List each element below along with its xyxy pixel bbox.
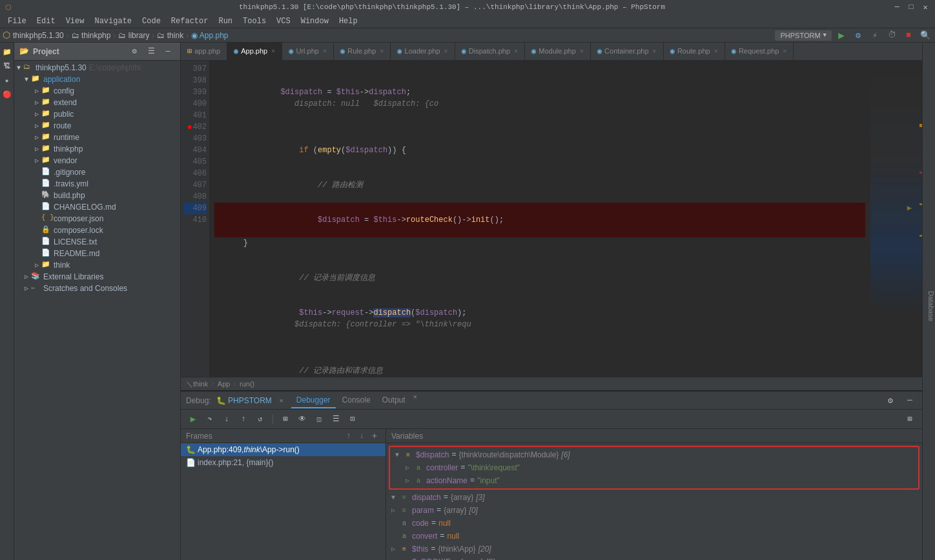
tree-external[interactable]: ▷ 📚 External Libraries bbox=[14, 271, 180, 283]
project-collapse-icon[interactable]: ─ bbox=[161, 45, 175, 58]
sidebar-project-icon[interactable]: 📁 bbox=[1, 45, 14, 58]
debug-minimize-icon[interactable]: ─ bbox=[903, 394, 917, 407]
var-dispatch[interactable]: ▼ ≡ $dispatch = {think\route\dispatch\Mo… bbox=[390, 448, 918, 461]
debug-restore-button[interactable]: ⊞ bbox=[903, 412, 917, 426]
menu-navigate[interactable]: Navigate bbox=[89, 15, 137, 27]
tree-root[interactable]: ▼ 🗂 thinkphp5.1.30 E:\code\php\thi bbox=[14, 62, 180, 74]
menu-view[interactable]: View bbox=[61, 15, 90, 27]
coverage-button[interactable]: ⚡ bbox=[868, 29, 882, 42]
var-cookie[interactable]: ▷ ≡ $_COOKIE = {array} [2] bbox=[386, 555, 922, 560]
phpstorm-selector[interactable]: PHPSTORM ▼ bbox=[775, 30, 832, 41]
menu-window[interactable]: Window bbox=[296, 15, 334, 27]
frames-add-button[interactable]: + bbox=[369, 430, 380, 442]
tree-extend[interactable]: ▷ 📁 extend bbox=[14, 97, 180, 108]
close-button[interactable]: ✕ bbox=[921, 3, 930, 12]
tab-close-Rule[interactable]: ✕ bbox=[380, 47, 384, 55]
tab-container-php[interactable]: ◉ Container.php ✕ bbox=[591, 43, 664, 60]
tab-loader-php[interactable]: ◉ Loader.php ✕ bbox=[391, 43, 455, 60]
var-convert[interactable]: a convert = null bbox=[386, 530, 922, 543]
var-code[interactable]: a code = null bbox=[386, 517, 922, 530]
tree-config[interactable]: ▷ 📁 config bbox=[14, 85, 180, 97]
step-over-button[interactable]: ↷ bbox=[203, 412, 217, 426]
sidebar-favorites-icon[interactable]: ★ bbox=[1, 74, 14, 86]
code-area[interactable]: $dispatch = $this->dispatch; dispatch: n… bbox=[209, 61, 870, 377]
menu-help[interactable]: Help bbox=[334, 15, 363, 27]
var-actionname[interactable]: ▷ a actionName = "input" bbox=[390, 474, 918, 487]
step-into-button[interactable]: ↓ bbox=[220, 412, 234, 426]
tree-thinkphp[interactable]: ▷ 📁 thinkphp bbox=[14, 143, 180, 155]
frames-button[interactable]: ☰ bbox=[329, 412, 343, 426]
tree-travis[interactable]: 📄 .travis.yml bbox=[14, 178, 180, 190]
debug-tab-console[interactable]: Console bbox=[337, 393, 376, 408]
run-button[interactable]: ▶ bbox=[834, 29, 848, 42]
debug-settings-icon[interactable]: ⚙ bbox=[883, 394, 898, 407]
sidebar-git-icon[interactable]: 🔴 bbox=[1, 88, 14, 101]
tab-close-Dispatch[interactable]: ✕ bbox=[514, 47, 518, 55]
menu-code[interactable]: Code bbox=[137, 15, 166, 27]
var-param[interactable]: ▷ ≡ param = {array} [0] bbox=[386, 504, 922, 517]
evaluate-button[interactable]: ⊞ bbox=[278, 412, 293, 426]
tab-close-Loader[interactable]: ✕ bbox=[444, 47, 448, 55]
minimize-button[interactable]: ─ bbox=[892, 3, 901, 12]
tree-license[interactable]: 📄 LICENSE.txt bbox=[14, 236, 180, 248]
tab-close-Module[interactable]: ✕ bbox=[580, 47, 584, 55]
restore-layout-button[interactable]: ⊡ bbox=[345, 412, 360, 426]
menu-vcs[interactable]: VCS bbox=[271, 15, 296, 27]
tree-runtime[interactable]: ▷ 📁 runtime bbox=[14, 132, 180, 143]
var-this[interactable]: ▷ ≡ $this = {think\App} [20] bbox=[386, 543, 922, 555]
menu-file[interactable]: File bbox=[3, 15, 32, 27]
tab-url-php[interactable]: ◉ Url.php ✕ bbox=[282, 43, 334, 60]
tree-public[interactable]: ▷ 📁 public bbox=[14, 108, 180, 120]
debug-tab-output[interactable]: Output bbox=[377, 393, 411, 408]
tab-route-php[interactable]: ◉ Route.php ✕ bbox=[664, 43, 725, 60]
tab-close-Container[interactable]: ✕ bbox=[653, 47, 657, 55]
tree-vendor[interactable]: ▷ 📁 vendor bbox=[14, 155, 180, 166]
tree-gitignore[interactable]: 📄 .gitignore bbox=[14, 166, 180, 178]
tab-request-php[interactable]: ◉ Request.php ✕ bbox=[725, 43, 794, 60]
debug-tab-output-close[interactable]: ✕ bbox=[413, 393, 417, 408]
menu-refactor[interactable]: Refactor bbox=[166, 15, 214, 27]
tree-think[interactable]: ▷ 📁 think bbox=[14, 259, 180, 271]
tree-composer-json[interactable]: { } composer.json bbox=[14, 213, 180, 225]
debug-phpstorm-close[interactable]: ✕ bbox=[280, 397, 283, 405]
frames-up-button[interactable]: ↑ bbox=[343, 430, 354, 442]
tab-app-php-lower[interactable]: ⊞ app.php bbox=[181, 43, 227, 60]
tree-composer-lock[interactable]: 🔒 composer.lock bbox=[14, 225, 180, 236]
sidebar-structure-icon[interactable]: 🏗 bbox=[1, 59, 14, 72]
tab-close-Route[interactable]: ✕ bbox=[714, 47, 718, 55]
debug-tab-debugger[interactable]: Debugger bbox=[291, 393, 336, 408]
search-button[interactable]: 🔍 bbox=[918, 29, 932, 42]
menu-tools[interactable]: Tools bbox=[238, 15, 271, 27]
menu-run[interactable]: Run bbox=[213, 15, 238, 27]
debug-button[interactable]: ⚙ bbox=[851, 29, 865, 42]
maximize-button[interactable]: □ bbox=[907, 3, 916, 12]
resume-button[interactable]: ▶ bbox=[186, 412, 200, 426]
var-dispatch-arr[interactable]: ▼ ≡ dispatch = {array} [3] bbox=[386, 491, 922, 504]
tree-scratches[interactable]: ▷ ✏ Scratches and Consoles bbox=[14, 283, 180, 294]
tab-rule-php[interactable]: ◉ Rule.php ✕ bbox=[334, 43, 391, 60]
frames-down-button[interactable]: ↓ bbox=[356, 430, 367, 442]
tab-module-php[interactable]: ◉ Module.php ✕ bbox=[525, 43, 591, 60]
stop-button[interactable]: ■ bbox=[901, 29, 916, 42]
tree-application[interactable]: ▼ 📁 application bbox=[14, 74, 180, 85]
step-out-button[interactable]: ↑ bbox=[236, 412, 251, 426]
database-label[interactable]: Database bbox=[927, 291, 935, 321]
tab-dispatch-php[interactable]: ◉ Dispatch.php ✕ bbox=[455, 43, 525, 60]
menu-edit[interactable]: Edit bbox=[32, 15, 61, 27]
project-settings-icon[interactable]: ☰ bbox=[144, 45, 158, 58]
frame-item-0[interactable]: 🐛 App.php:409, think \App->run() bbox=[181, 443, 385, 456]
frame-item-1[interactable]: 📄 index.php:21, {main}() bbox=[181, 456, 385, 469]
tab-close-Url[interactable]: ✕ bbox=[323, 47, 327, 55]
tab-close-Request[interactable]: ✕ bbox=[783, 47, 786, 55]
tree-build[interactable]: 🐘 build.php bbox=[14, 190, 180, 201]
run-to-cursor-button[interactable]: ↺ bbox=[253, 412, 267, 426]
project-gear-icon[interactable]: ⚙ bbox=[127, 45, 141, 58]
tab-close-App[interactable]: ✕ bbox=[271, 47, 275, 55]
watch-button[interactable]: 👁 bbox=[295, 412, 309, 426]
memory-button[interactable]: ◫ bbox=[312, 412, 326, 426]
tree-readme[interactable]: 📄 README.md bbox=[14, 248, 180, 259]
tree-changelog[interactable]: 📄 CHANGELOG.md bbox=[14, 201, 180, 213]
tab-app-php[interactable]: ◉ App.php ✕ bbox=[227, 43, 282, 60]
profile-button[interactable]: ⏱ bbox=[885, 29, 899, 42]
var-controller[interactable]: ▷ a controller = "\think\request" bbox=[390, 461, 918, 474]
